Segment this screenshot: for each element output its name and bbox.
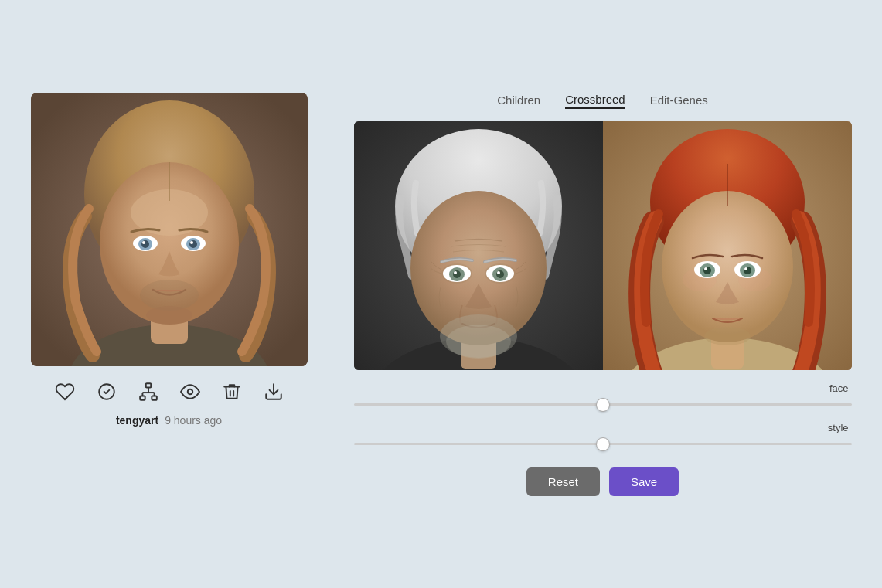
- portrait-image: [31, 93, 308, 366]
- svg-point-53: [703, 267, 711, 274]
- face-slider-label: face: [829, 382, 849, 394]
- svg-point-54: [704, 267, 707, 270]
- sliders-section: face style: [354, 379, 852, 455]
- tab-children[interactable]: Children: [497, 93, 540, 108]
- check-button[interactable]: [97, 382, 117, 402]
- svg-point-36: [454, 271, 457, 274]
- user-info: tengyart 9 hours ago: [116, 414, 222, 427]
- svg-point-13: [190, 241, 193, 244]
- left-panel: tengyart 9 hours ago: [31, 93, 308, 427]
- svg-point-41: [497, 271, 500, 274]
- svg-point-40: [496, 270, 504, 278]
- face-slider-thumb[interactable]: [596, 398, 610, 412]
- trash-button[interactable]: [222, 382, 242, 402]
- style-slider-label: style: [828, 422, 849, 433]
- svg-point-57: [744, 267, 751, 274]
- face-slider-track: [354, 403, 852, 406]
- action-icons: [55, 382, 284, 402]
- svg-point-58: [744, 267, 747, 270]
- style-slider-container: [354, 437, 852, 452]
- hierarchy-button[interactable]: [138, 382, 158, 402]
- svg-point-8: [141, 240, 149, 248]
- face-slider-row: face: [354, 382, 852, 413]
- style-slider-row: style: [354, 422, 852, 452]
- tab-nav: Children Crossbreed Edit-Genes: [497, 93, 707, 109]
- style-slider-thumb[interactable]: [596, 437, 610, 451]
- svg-point-35: [453, 270, 461, 278]
- svg-rect-18: [145, 383, 151, 387]
- svg-point-59: [704, 327, 751, 345]
- tab-crossbreed[interactable]: Crossbreed: [565, 93, 625, 109]
- style-slider-track: [354, 443, 852, 445]
- like-button[interactable]: [55, 382, 75, 402]
- buttons-row: Reset Save: [526, 467, 679, 496]
- download-button[interactable]: [264, 382, 284, 402]
- username[interactable]: tengyart: [116, 414, 158, 427]
- svg-rect-19: [140, 396, 145, 399]
- svg-point-25: [187, 389, 192, 394]
- images-row: [354, 121, 852, 370]
- right-panel: Children Crossbreed Edit-Genes: [354, 93, 852, 496]
- svg-point-15: [146, 306, 192, 325]
- svg-point-12: [189, 240, 197, 248]
- eye-button[interactable]: [180, 382, 200, 402]
- main-container: tengyart 9 hours ago Children Crossbreed…: [0, 62, 882, 527]
- face-image-left: [354, 121, 603, 370]
- face-image-right: [603, 121, 852, 370]
- svg-rect-20: [152, 396, 157, 399]
- time-ago: 9 hours ago: [165, 414, 222, 427]
- svg-point-9: [142, 241, 145, 244]
- tab-edit-genes[interactable]: Edit-Genes: [650, 93, 708, 108]
- face-slider-container: [354, 397, 852, 413]
- save-button[interactable]: Save: [609, 467, 679, 496]
- reset-button[interactable]: Reset: [526, 467, 600, 496]
- svg-point-43: [446, 325, 511, 359]
